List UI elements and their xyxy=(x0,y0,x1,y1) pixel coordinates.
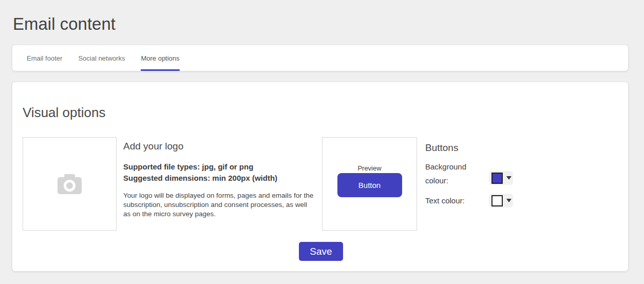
text-colour-picker[interactable] xyxy=(489,194,513,207)
camera-icon xyxy=(58,174,82,194)
tab-more-options-label: More options xyxy=(141,54,179,62)
visual-options-card: Visual options Add your logo Supported f… xyxy=(12,82,628,271)
supported-file-types-text: Supported file types: jpg, gif or png xyxy=(123,161,316,173)
text-colour-swatch xyxy=(491,195,503,206)
logo-description-text: Your logo will be displayed on forms, pa… xyxy=(123,191,316,219)
buttons-heading: Buttons xyxy=(425,142,458,154)
tab-social-networks[interactable]: Social networks xyxy=(78,45,125,71)
background-colour-picker[interactable] xyxy=(489,171,513,185)
text-colour-label: Text colour: xyxy=(425,194,483,207)
tab-social-networks-label: Social networks xyxy=(78,54,125,62)
tab-bar: Email footer Social networks More option… xyxy=(12,45,628,71)
logo-info-column: Add your logo Supported file types: jpg,… xyxy=(123,137,316,219)
tab-email-footer[interactable]: Email footer xyxy=(27,45,62,71)
caret-down-icon xyxy=(506,199,512,202)
tab-email-footer-label: Email footer xyxy=(27,54,62,62)
button-preview-box: Preview Button xyxy=(322,137,417,231)
page-title: Email content xyxy=(13,14,116,34)
preview-label: Preview xyxy=(323,164,416,172)
suggested-dimensions-text: Suggested dimensions: min 200px (width) xyxy=(123,173,316,184)
logo-upload-box[interactable] xyxy=(23,137,117,231)
tab-more-options[interactable]: More options xyxy=(141,45,179,71)
active-tab-underline xyxy=(141,69,179,71)
caret-down-icon xyxy=(506,176,512,180)
background-colour-label: Background colour: xyxy=(425,160,483,187)
add-logo-heading: Add your logo xyxy=(123,140,316,153)
save-button[interactable]: Save xyxy=(299,242,343,261)
buttons-settings-column: Buttons Background colour: Text colour: xyxy=(425,137,533,231)
visual-options-heading: Visual options xyxy=(23,105,105,121)
background-colour-swatch xyxy=(491,173,503,184)
preview-button: Button xyxy=(337,173,402,197)
